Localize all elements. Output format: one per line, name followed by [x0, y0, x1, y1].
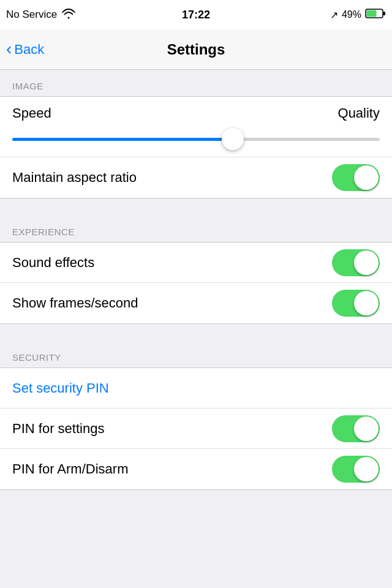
slider-row: Speed Quality — [0, 97, 392, 157]
section-header-experience: EXPERIENCE — [0, 216, 392, 242]
sound-effects-toggle[interactable] — [332, 249, 380, 276]
maintain-aspect-label: Maintain aspect ratio — [12, 170, 137, 186]
page-title: Settings — [167, 41, 225, 58]
show-fps-label: Show frames/second — [12, 295, 138, 311]
show-fps-toggle[interactable] — [332, 290, 380, 317]
spacer-1 — [0, 198, 392, 216]
image-settings-group: Speed Quality Maintain aspect ratio — [0, 96, 392, 198]
toggle-knob — [354, 165, 379, 190]
spacer-2 — [0, 324, 392, 341]
slider-left-label: Speed — [12, 105, 51, 121]
security-settings-group: Set security PIN PIN for settings PIN fo… — [0, 368, 392, 490]
section-header-image: IMAGE — [0, 70, 392, 96]
status-time: 17:22 — [182, 9, 210, 21]
toggle-knob-pin-settings — [354, 417, 379, 441]
maintain-aspect-row: Maintain aspect ratio — [0, 157, 392, 198]
sound-effects-label: Sound effects — [12, 255, 94, 271]
show-fps-row: Show frames/second — [0, 283, 392, 323]
battery-percent: 49% — [342, 9, 361, 20]
toggle-knob-fps — [354, 291, 379, 315]
svg-rect-1 — [383, 12, 385, 15]
carrier-text: No Service — [6, 9, 57, 21]
status-left: No Service — [6, 8, 75, 22]
sound-effects-row: Sound effects — [0, 243, 392, 283]
maintain-aspect-toggle[interactable] — [332, 164, 380, 191]
slider-thumb[interactable] — [222, 128, 244, 150]
pin-arm-label: PIN for Arm/Disarm — [12, 461, 128, 477]
svg-rect-2 — [367, 10, 377, 17]
back-label: Back — [14, 42, 44, 58]
back-chevron-icon: ‹ — [6, 40, 12, 58]
status-bar: No Service 17:22 ↗ 49% — [0, 0, 392, 29]
experience-settings-group: Sound effects Show frames/second — [0, 242, 392, 324]
nav-bar: ‹ Back Settings — [0, 29, 392, 70]
wifi-icon — [62, 8, 75, 22]
toggle-knob-sound — [354, 251, 379, 275]
status-right: ↗ 49% — [330, 8, 386, 21]
spacer-3 — [0, 490, 392, 514]
battery-icon — [365, 8, 386, 21]
set-pin-row[interactable]: Set security PIN — [0, 368, 392, 409]
section-header-security: SECURITY — [0, 341, 392, 368]
slider-track — [12, 138, 380, 141]
location-icon: ↗ — [330, 9, 338, 21]
back-button[interactable]: ‹ Back — [6, 42, 44, 58]
slider-fill — [12, 138, 240, 141]
slider-labels: Speed Quality — [12, 97, 380, 126]
pin-settings-label: PIN for settings — [12, 421, 104, 437]
set-pin-label[interactable]: Set security PIN — [12, 380, 109, 396]
pin-arm-row: PIN for Arm/Disarm — [0, 449, 392, 489]
pin-settings-row: PIN for settings — [0, 409, 392, 449]
toggle-knob-pin-arm — [354, 457, 379, 481]
slider-container[interactable] — [12, 126, 380, 157]
pin-settings-toggle[interactable] — [332, 415, 380, 442]
pin-arm-toggle[interactable] — [332, 456, 380, 483]
slider-right-label: Quality — [338, 105, 380, 121]
